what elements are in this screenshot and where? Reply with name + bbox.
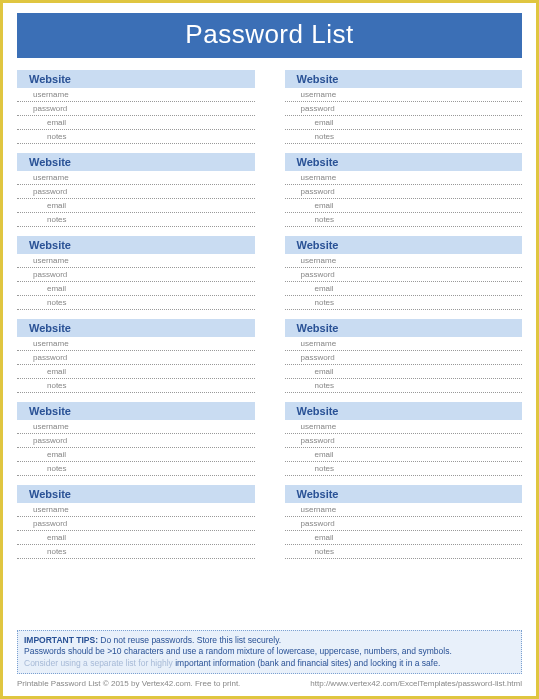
username-field: username [285, 88, 523, 102]
website-header: Website [285, 153, 523, 171]
notes-field: notes [17, 462, 255, 476]
notes-field: notes [17, 379, 255, 393]
username-field: username [285, 503, 523, 517]
password-block: Websiteusernamepasswordemailnotes [285, 236, 523, 310]
tips-line-2: Passwords should be >10 characters and u… [24, 646, 515, 657]
left-column: WebsiteusernamepasswordemailnotesWebsite… [17, 70, 255, 624]
tips-lead: IMPORTANT TIPS: [24, 635, 98, 645]
email-field: email [285, 199, 523, 213]
notes-field: notes [17, 213, 255, 227]
email-field: email [17, 365, 255, 379]
email-field: email [285, 282, 523, 296]
username-field: username [17, 503, 255, 517]
password-block: Websiteusernamepasswordemailnotes [17, 153, 255, 227]
email-field: email [17, 531, 255, 545]
notes-field: notes [285, 545, 523, 559]
notes-field: notes [17, 296, 255, 310]
password-field: password [285, 185, 523, 199]
password-block: Websiteusernamepasswordemailnotes [17, 319, 255, 393]
website-header: Website [17, 402, 255, 420]
website-header: Website [17, 485, 255, 503]
footer: Printable Password List © 2015 by Vertex… [17, 679, 522, 688]
email-field: email [17, 199, 255, 213]
website-header: Website [17, 70, 255, 88]
website-header: Website [285, 319, 523, 337]
password-field: password [17, 185, 255, 199]
website-header: Website [17, 319, 255, 337]
tips-box: IMPORTANT TIPS: Do not reuse passwords. … [17, 630, 522, 674]
notes-field: notes [285, 296, 523, 310]
email-field: email [17, 448, 255, 462]
username-field: username [285, 171, 523, 185]
tips-line3-blur: Consider using a separate list for highl… [24, 658, 175, 668]
password-field: password [285, 268, 523, 282]
username-field: username [17, 88, 255, 102]
notes-field: notes [285, 213, 523, 227]
email-field: email [285, 365, 523, 379]
website-header: Website [285, 70, 523, 88]
password-block: Websiteusernamepasswordemailnotes [285, 70, 523, 144]
password-field: password [17, 517, 255, 531]
password-field: password [17, 268, 255, 282]
tips-line1-rest: Do not reuse passwords. Store this list … [98, 635, 281, 645]
tips-line-1: IMPORTANT TIPS: Do not reuse passwords. … [24, 635, 515, 646]
page-title: Password List [17, 13, 522, 58]
email-field: email [285, 448, 523, 462]
password-field: password [285, 517, 523, 531]
notes-field: notes [285, 130, 523, 144]
password-block: Websiteusernamepasswordemailnotes [17, 485, 255, 559]
notes-field: notes [285, 462, 523, 476]
password-block: Websiteusernamepasswordemailnotes [17, 236, 255, 310]
username-field: username [17, 171, 255, 185]
website-header: Website [285, 402, 523, 420]
username-field: username [285, 254, 523, 268]
notes-field: notes [17, 545, 255, 559]
notes-field: notes [285, 379, 523, 393]
username-field: username [285, 337, 523, 351]
password-field: password [17, 102, 255, 116]
username-field: username [17, 337, 255, 351]
password-block: Websiteusernamepasswordemailnotes [17, 70, 255, 144]
website-header: Website [17, 236, 255, 254]
password-field: password [17, 434, 255, 448]
footer-left: Printable Password List © 2015 by Vertex… [17, 679, 240, 688]
password-block: Websiteusernamepasswordemailnotes [285, 319, 523, 393]
notes-field: notes [17, 130, 255, 144]
username-field: username [17, 254, 255, 268]
website-header: Website [285, 485, 523, 503]
tips-line3-rest: important information (bank and financia… [175, 658, 440, 668]
password-block: Websiteusernamepasswordemailnotes [17, 402, 255, 476]
password-block: Websiteusernamepasswordemailnotes [285, 153, 523, 227]
email-field: email [285, 116, 523, 130]
password-block: Websiteusernamepasswordemailnotes [285, 402, 523, 476]
columns-container: WebsiteusernamepasswordemailnotesWebsite… [17, 70, 522, 624]
website-header: Website [17, 153, 255, 171]
right-column: WebsiteusernamepasswordemailnotesWebsite… [285, 70, 523, 624]
username-field: username [17, 420, 255, 434]
website-header: Website [285, 236, 523, 254]
username-field: username [285, 420, 523, 434]
password-block: Websiteusernamepasswordemailnotes [285, 485, 523, 559]
email-field: email [285, 531, 523, 545]
tips-line-3: Consider using a separate list for highl… [24, 658, 515, 669]
password-field: password [285, 351, 523, 365]
password-field: password [285, 434, 523, 448]
password-field: password [285, 102, 523, 116]
footer-right: http://www.vertex42.com/ExcelTemplates/p… [310, 679, 522, 688]
password-field: password [17, 351, 255, 365]
email-field: email [17, 116, 255, 130]
email-field: email [17, 282, 255, 296]
